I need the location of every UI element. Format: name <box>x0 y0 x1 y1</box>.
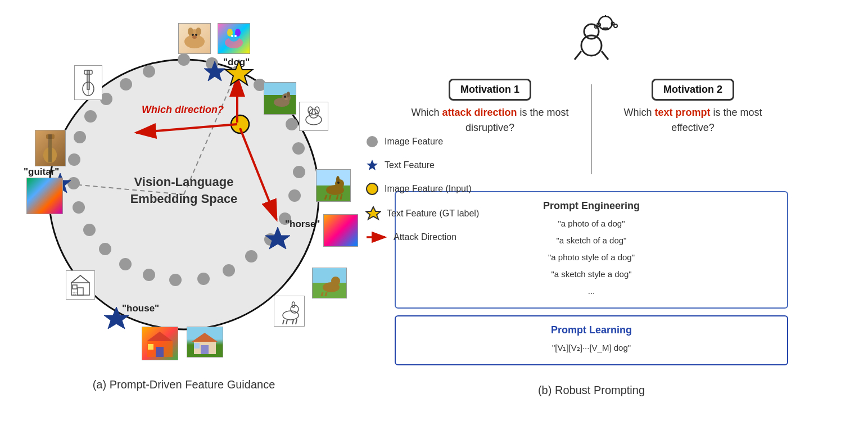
svg-point-60 <box>234 35 237 37</box>
svg-point-54 <box>192 35 197 39</box>
svg-line-96 <box>325 195 327 200</box>
svg-point-22 <box>73 201 85 214</box>
svg-line-108 <box>286 320 287 324</box>
svg-point-130 <box>595 26 597 28</box>
svg-line-103 <box>326 292 327 296</box>
svg-text:Vision-Language: Vision-Language <box>134 175 234 189</box>
left-panel: Which direction? "guitar" "dog" "horse" … <box>18 15 378 397</box>
motivation-2-highlight: text prompt <box>654 107 710 118</box>
thumb-dog-sketch <box>299 102 328 131</box>
thumb-guitar-sketch <box>74 65 102 100</box>
motivation-1-box: Motivation 1 Which attack direction is t… <box>389 73 591 141</box>
legend-attack-direction: Attack Direction <box>365 232 479 243</box>
svg-text:"house": "house" <box>122 303 159 314</box>
person-icon-container <box>389 15 794 65</box>
svg-point-3 <box>178 53 190 66</box>
svg-rect-90 <box>201 345 209 354</box>
prompt-learning-box: Prompt Learning "[V₁][V₂]···[V_M] dog" <box>395 315 788 365</box>
legend-text-feature-gt-label: Text Feature (GT label) <box>387 209 479 219</box>
svg-point-95 <box>337 182 340 184</box>
svg-point-104 <box>283 311 299 320</box>
svg-point-106 <box>292 302 295 307</box>
svg-marker-88 <box>192 333 218 342</box>
svg-point-11 <box>288 189 301 202</box>
svg-rect-87 <box>148 344 153 350</box>
svg-point-63 <box>287 92 290 97</box>
thumb-dog-colorful <box>218 23 250 54</box>
person-thinking-icon <box>563 15 620 65</box>
svg-point-24 <box>68 153 80 166</box>
svg-point-19 <box>119 258 132 270</box>
svg-point-16 <box>197 273 210 285</box>
thumb-horse-colorful <box>323 214 358 247</box>
legend-text-feature-label: Text Feature <box>385 160 435 170</box>
svg-line-122 <box>575 51 581 60</box>
svg-point-115 <box>367 136 378 147</box>
legend-text-feature: Text Feature <box>365 159 479 172</box>
svg-rect-91 <box>194 343 200 349</box>
legend-attack-direction-label: Attack Direction <box>394 232 456 242</box>
svg-line-109 <box>292 320 293 324</box>
svg-point-71 <box>315 112 317 114</box>
prompt-learning-title: Prompt Learning <box>407 324 776 336</box>
svg-line-107 <box>283 320 284 324</box>
svg-point-8 <box>286 118 298 130</box>
pe-item-3: "a photo style of a dog" <box>407 249 776 266</box>
thumb-colorful-art <box>26 178 63 214</box>
thumb-house-photo <box>187 327 223 357</box>
svg-line-99 <box>341 194 342 200</box>
svg-point-18 <box>143 269 155 281</box>
svg-line-123 <box>602 51 608 60</box>
svg-point-59 <box>231 35 233 37</box>
svg-text:Which direction?: Which direction? <box>142 104 224 115</box>
motivation-1-text: Which attack direction is the most disru… <box>400 105 580 135</box>
svg-marker-79 <box>71 275 89 283</box>
motivation-2-text: Which text prompt is the most effective? <box>603 105 783 135</box>
legend-image-feature-input-label: Image Feature (Input) <box>385 184 472 194</box>
pe-item-4: "a sketch style a dog" <box>407 266 776 283</box>
svg-line-110 <box>296 319 297 324</box>
pe-item-5: ... <box>407 283 776 300</box>
svg-text:"horse": "horse" <box>285 219 320 229</box>
svg-point-17 <box>169 274 182 286</box>
motivation-1-title: Motivation 1 <box>449 79 531 101</box>
motivation-1-highlight: attack direction <box>442 107 517 118</box>
svg-marker-85 <box>147 332 173 341</box>
svg-point-70 <box>311 112 313 114</box>
thumb-horse-sketch <box>274 296 305 327</box>
svg-point-101 <box>331 277 340 286</box>
svg-line-98 <box>337 195 338 200</box>
svg-point-20 <box>99 243 111 255</box>
motivation-2-box: Motivation 2 Which text prompt is the mo… <box>592 73 794 141</box>
svg-line-97 <box>329 195 331 200</box>
thumb-horse-photo2 <box>312 268 347 298</box>
legend-image-feature-input: Image Feature (Input) <box>365 182 479 196</box>
thumb-horse-photo <box>316 169 351 202</box>
main-container: Which direction? "guitar" "dog" "horse" … <box>18 15 850 425</box>
svg-point-23 <box>67 177 80 189</box>
svg-point-15 <box>223 264 235 277</box>
motivation-2-title: Motivation 2 <box>652 79 734 101</box>
caption-b: (b) Robust Prompting <box>389 378 794 397</box>
prompt-learning-content: "[V₁][V₂]···[V_M] dog" <box>407 340 776 356</box>
svg-point-25 <box>74 131 86 143</box>
svg-text:d e f: d e f <box>73 294 76 296</box>
svg-point-14 <box>245 250 257 263</box>
motivation-2-text-before: Which <box>623 107 654 118</box>
svg-point-117 <box>367 183 378 194</box>
svg-point-29 <box>143 65 155 78</box>
svg-rect-86 <box>156 347 164 357</box>
svg-rect-81 <box>73 285 77 289</box>
svg-marker-116 <box>367 160 378 170</box>
svg-point-66 <box>306 115 322 125</box>
svg-point-9 <box>292 142 305 155</box>
legend-text-feature-gt: Text Feature (GT label) <box>365 206 479 221</box>
svg-point-21 <box>83 224 96 236</box>
svg-line-102 <box>322 292 323 296</box>
svg-text:(a) Prompt-Driven Feature Guid: (a) Prompt-Driven Feature Guidance <box>93 378 275 391</box>
legend: Image Feature Text Feature Image Feature… <box>365 135 479 243</box>
thumb-guitar-photo <box>35 130 66 166</box>
thumb-house-colorful <box>142 327 178 360</box>
thumb-house-sketch: a b c d e f <box>66 270 95 300</box>
svg-point-94 <box>336 176 340 183</box>
